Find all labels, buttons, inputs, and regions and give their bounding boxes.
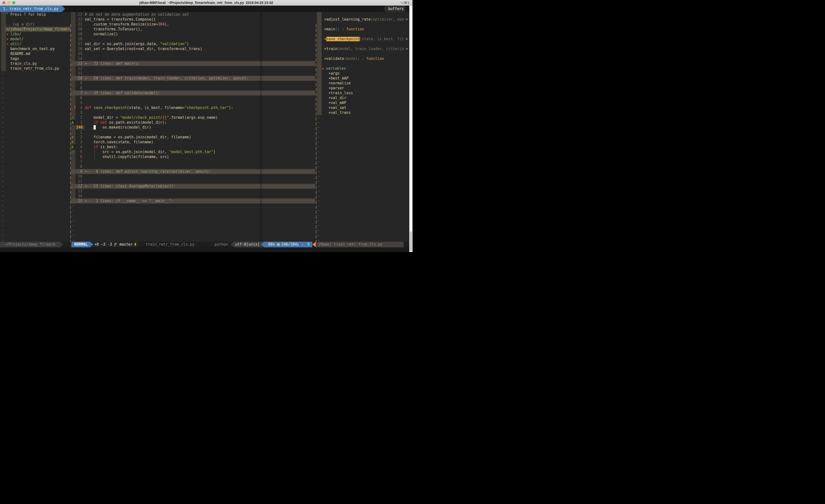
tagbar-variable-item[interactable]: +val_set [316,105,346,110]
window-controls [2,1,15,4]
code-line[interactable]: 4_3def save_checkpoint(state, is_best, f… [71,105,315,110]
tagbar-function-item[interactable]: +train(model, train_loader, criterio> [316,47,404,51]
empty-line-marker: ~ [0,223,4,228]
tagbar-function-item[interactable]: +save_checkpoint(state, is_best, fil> [316,36,404,41]
code-line[interactable]: 11 [71,179,315,184]
zoom-button[interactable] [12,1,15,4]
git-branch-icon [114,243,117,247]
tagbar-variable-item[interactable]: +parser [316,86,344,91]
fold-line[interactable]: 10+-- 50 lines: def train(model, train_l… [71,76,315,81]
code-line[interactable]: 2+ filename = os.path.join(model_dir, fi… [71,135,315,140]
line-number: 21 [75,22,82,27]
line-number: 7 [75,91,82,95]
empty-line-marker: ~ [0,130,4,135]
empty-line-marker: ~ [0,71,4,76]
truncation-marker: > [68,27,70,32]
code-line[interactable]: 6 [71,95,315,100]
code-line[interactable]: 1a if not os.path.exists(model_dir): [71,120,315,125]
code-line[interactable]: 246 os.makedirs(model_dir) [71,125,315,130]
code-window: 23# do not do data augmentation on valid… [71,12,315,242]
code-line[interactable]: 14 [71,193,315,198]
empty-line-marker: ~ [316,208,320,213]
close-button[interactable] [2,1,5,4]
tagbar-kind-header[interactable]: ▼ variables [316,66,346,71]
empty-line-marker: ~ [316,198,320,203]
empty-line-marker: ~ [0,140,4,145]
code-line[interactable]: 8 [71,86,315,91]
minimize-button[interactable] [7,1,10,4]
fold-line[interactable]: 13+-- 73 lines: def main(): [71,61,315,66]
empty-line-marker: ~ [0,135,4,140]
code-line[interactable]: 16val_set = QuerySet(root=val_dir, trans… [71,47,315,51]
empty-line-marker: ~ [316,228,320,233]
empty-line-marker: ~ [316,159,320,164]
empty-line-marker: ~ [316,218,320,223]
fold-line[interactable]: 7+-- 35 lines: def validate(model): [71,91,315,95]
fold-line[interactable]: 9+-- 9 lines: def adjust_learning_rate(o… [71,169,315,174]
tagbar-variable-item[interactable]: +val_trans [316,110,351,115]
tagbar-variable-item[interactable]: +val_dir [316,95,346,100]
code-line[interactable]: 9 [71,81,315,86]
empty-line-marker: ~ [0,120,4,125]
empty-line-marker: ~ [0,86,4,91]
code-line[interactable]: 1 [71,130,315,135]
fold-line[interactable]: 15+-- 2 lines: if __name__ == "__main__"… [71,198,315,203]
cursor-line-number: 246 [76,125,83,130]
line-number: 7 [75,159,82,164]
empty-line-marker: ~ [0,159,4,164]
code-line[interactable]: 6 │ shutil.copyfile(filename, src) [71,154,315,159]
line-number: 6 [75,154,82,159]
empty-line-marker: ~ [316,189,320,193]
code-line[interactable]: 3 [71,110,315,115]
tagbar-variable-item[interactable]: +best_mAP [316,76,349,81]
code-line[interactable]: 13 [71,189,315,193]
empty-line-marker: ~ [316,115,320,120]
nerdtree-statusline: ~/Projects/deep_firearm [0,242,60,247]
line-number: 2 [75,135,82,140]
code-line[interactable]: 21 custom_transform.Resize(size=384), [71,22,315,27]
code-line[interactable]: 22val_trans = transforms.Compose([ [71,17,315,22]
position-segment: 86% 246/284 : 5 [264,242,312,247]
empty-line-marker: ~ [0,76,4,81]
macvim-window: jdhao-MBP.local ~/Projects/deep_firearm/… [0,0,412,252]
code-line[interactable]: 20 transforms.ToTensor(), [71,27,315,32]
gutter-sign: + [71,140,74,145]
empty-line-marker: ~ [0,174,4,179]
code-line[interactable]: 23# do not do data augmentation on valid… [71,12,315,17]
code-line[interactable]: 17val_dir = os.path.join(args.data, "val… [71,41,315,47]
tagbar-variable-item[interactable]: +val_mAP [316,100,346,105]
fold-line[interactable]: 12+-- 15 lines: class AverageMeter(objec… [71,184,315,189]
empty-line-marker: ~ [0,115,4,120]
tagbar-function-item[interactable]: +validate(model) : function [316,56,384,61]
code-line[interactable]: 10 [71,174,315,179]
code-line[interactable]: 15 [71,51,315,56]
code-line[interactable]: 3+ torch.save(state, filename) [71,140,315,145]
tab-train-retr-from-cls[interactable]: 1. train_retr_from_cls.py [0,6,62,12]
code-line[interactable]: 7 [71,159,315,164]
code-line[interactable]: 19 normalize]) [71,32,315,36]
scrollbar-thumb[interactable] [410,231,412,251]
code-line[interactable]: 18 [71,36,315,41]
command-line[interactable] [0,247,412,252]
code-line[interactable]: 2~ model_dir = "model/check_point/{}".fo… [71,115,315,120]
code-line[interactable]: 11 [71,71,315,76]
line-number: 9 [75,81,82,86]
tagbar-function-item[interactable]: +main() : function [316,27,364,32]
empty-line-marker: ~ [316,145,320,150]
code-line[interactable]: 4b if is_best: [71,145,315,150]
code-line[interactable]: 8 [71,164,315,169]
tagbar-variable-item[interactable]: +train_loss [316,91,353,95]
tagbar-variable-item[interactable]: +args [316,71,340,76]
line-number: 13 [75,61,82,66]
tagbar-variable-item[interactable]: +normalize [316,81,351,86]
scrollbar[interactable] [409,6,412,252]
code-line[interactable]: 5~ │ src = os.path.join(model_dir, "mode… [71,150,315,154]
tagbar-function-item[interactable]: +adjust_learning_rate(optimizer, epo> [316,17,404,22]
code-line[interactable]: 5 [71,100,315,105]
buffers-arrow-icon [383,6,386,12]
code-line[interactable]: 12 [71,66,315,71]
code-line[interactable]: 14 [71,56,315,61]
nerdtree-window: " Press ? for help.. (up a dir)</jdhao/P… [0,12,70,242]
line-number: 11 [75,179,82,184]
nerdtree-updir-item[interactable]: .. (up a dir) [0,22,34,27]
